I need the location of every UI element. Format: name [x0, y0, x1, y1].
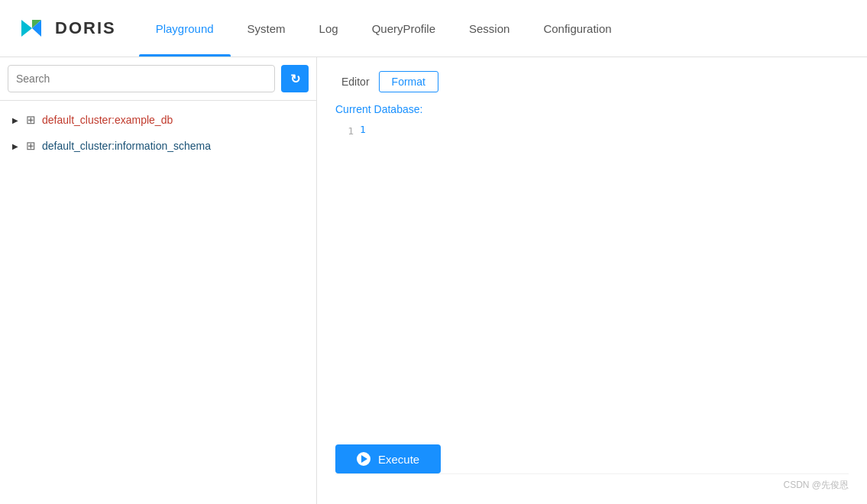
- logo-text: DORIS: [55, 18, 116, 38]
- tab-editor[interactable]: Editor: [335, 72, 376, 92]
- tree-label-information-schema: default_cluster:information_schema: [42, 140, 211, 152]
- tab-format[interactable]: Format: [379, 71, 438, 92]
- refresh-icon: ↻: [290, 72, 300, 86]
- sidebar: ↻ ▶ ⊞ default_cluster:example_db ▶ ⊞ def…: [0, 57, 317, 504]
- search-refresh-button[interactable]: ↻: [281, 65, 309, 92]
- main-nav: Playground System Log QueryProfile Sessi…: [139, 0, 629, 57]
- main-layout: ↻ ▶ ⊞ default_cluster:example_db ▶ ⊞ def…: [0, 57, 867, 504]
- nav-item-queryprofile[interactable]: QueryProfile: [355, 0, 452, 57]
- nav-item-playground[interactable]: Playground: [139, 0, 231, 57]
- editor-inner: 1 1: [335, 121, 849, 435]
- tree-list: ▶ ⊞ default_cluster:example_db ▶ ⊞ defau…: [0, 101, 316, 504]
- svg-marker-0: [21, 20, 32, 37]
- execute-row: Execute: [335, 444, 849, 473]
- execute-play-icon: [357, 452, 370, 466]
- nav-item-session[interactable]: Session: [452, 0, 526, 57]
- tabs-row: Editor Format: [335, 71, 849, 92]
- watermark: CSDN @先俊恩: [335, 473, 849, 492]
- current-db-label: Current Database:: [335, 103, 849, 115]
- tree-arrow-icon: ▶: [9, 114, 21, 126]
- nav-item-configuration[interactable]: Configuration: [526, 0, 628, 57]
- content-area: Editor Format Current Database: 1 1 Exec…: [317, 57, 867, 504]
- logo-area: DORIS: [15, 12, 116, 44]
- tree-label-example-db: default_cluster:example_db: [42, 114, 173, 126]
- nav-item-system[interactable]: System: [231, 0, 302, 57]
- execute-btn-label: Execute: [378, 453, 419, 466]
- header: DORIS Playground System Log QueryProfile…: [0, 0, 867, 57]
- line-numbers: 1: [335, 121, 360, 435]
- tree-arrow-icon-2: ▶: [9, 140, 21, 152]
- code-editor[interactable]: 1: [360, 121, 849, 435]
- search-input[interactable]: [8, 65, 275, 92]
- tree-item-example-db[interactable]: ▶ ⊞ default_cluster:example_db: [0, 107, 316, 133]
- nav-item-log[interactable]: Log: [302, 0, 355, 57]
- editor-area: 1 1: [335, 121, 849, 435]
- tree-item-information-schema[interactable]: ▶ ⊞ default_cluster:information_schema: [0, 133, 316, 159]
- db-icon-example: ⊞: [26, 113, 36, 127]
- doris-logo-icon: [15, 12, 47, 44]
- search-area: ↻: [0, 57, 316, 101]
- execute-button[interactable]: Execute: [335, 444, 441, 473]
- line-number-1: 1: [335, 123, 354, 140]
- db-icon-info: ⊞: [26, 139, 36, 153]
